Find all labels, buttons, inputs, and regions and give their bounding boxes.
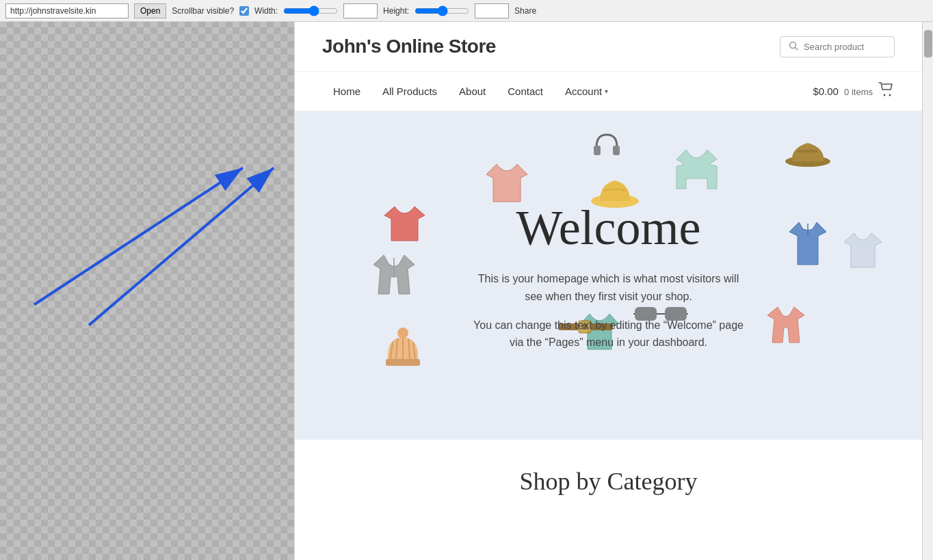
search-icon [789, 41, 798, 53]
svg-point-7 [889, 94, 891, 96]
site-content: John's Online Store Home All Products Ab… [294, 22, 922, 560]
nav-item-all-products[interactable]: All Products [371, 79, 448, 104]
url-input[interactable] [5, 3, 129, 18]
svg-point-6 [884, 94, 886, 96]
scrollbar-thumb[interactable] [924, 30, 932, 57]
clothing-hat-brown [784, 137, 832, 171]
scrollbar-checkbox[interactable] [239, 6, 249, 16]
hero-subtitle: This is your homepage which is what most… [472, 270, 746, 305]
clothing-beanie [382, 325, 423, 375]
height-slider[interactable] [415, 6, 469, 16]
clothing-tshirt-red [382, 203, 427, 247]
shop-section: Shop by Category [295, 440, 922, 523]
clothing-headphones [590, 128, 624, 165]
cart-icon[interactable] [878, 82, 895, 101]
svg-rect-16 [386, 359, 420, 366]
svg-rect-13 [613, 146, 620, 155]
cart-total: $0.00 0 items [813, 85, 873, 97]
share-button[interactable]: Share [514, 6, 536, 16]
width-input[interactable]: 783 [343, 3, 378, 18]
nav-item-about[interactable]: About [448, 79, 497, 104]
chevron-down-icon: ▾ [605, 88, 608, 95]
clothing-jacket-gray [370, 250, 418, 300]
scrollbar[interactable] [922, 22, 933, 560]
scrollbar-label: Scrollbar visible? [172, 6, 234, 16]
hero-banner: Welcome This is your homepage which is w… [295, 111, 922, 440]
cart-area: $0.00 0 items [813, 82, 895, 101]
svg-rect-10 [798, 150, 818, 152]
clothing-shirt-teal [671, 144, 722, 198]
open-button[interactable]: Open [134, 3, 166, 18]
search-box [780, 36, 895, 57]
nav-item-contact[interactable]: Contact [497, 79, 554, 104]
clothing-polo-blue [784, 217, 832, 271]
left-area [0, 22, 294, 560]
clothing-hoodie [841, 230, 885, 274]
svg-line-5 [796, 47, 798, 50]
site-header: John's Online Store [295, 22, 922, 72]
height-input[interactable]: 1120 [475, 3, 509, 18]
svg-line-2 [34, 168, 243, 305]
search-input[interactable] [804, 42, 886, 52]
site-nav: Home All Products About Contact Account … [295, 72, 922, 111]
clothing-jacket-pink [765, 302, 806, 349]
nav-item-account[interactable]: Account ▾ [554, 79, 619, 104]
hero-body: You can change this text by editing the … [472, 317, 746, 351]
nav-item-home[interactable]: Home [322, 79, 371, 104]
height-label: Height: [383, 6, 409, 16]
site-title: John's Online Store [322, 36, 496, 57]
width-label: Width: [254, 6, 278, 16]
browser-toolbar: Open Scrollbar visible? Width: 783 Heigh… [0, 0, 933, 22]
svg-point-15 [397, 328, 408, 338]
svg-rect-12 [594, 146, 601, 155]
width-slider[interactable] [283, 6, 338, 16]
hero-title: Welcome [472, 200, 746, 256]
svg-line-3 [89, 168, 274, 325]
shop-section-title: Shop by Category [322, 467, 895, 496]
